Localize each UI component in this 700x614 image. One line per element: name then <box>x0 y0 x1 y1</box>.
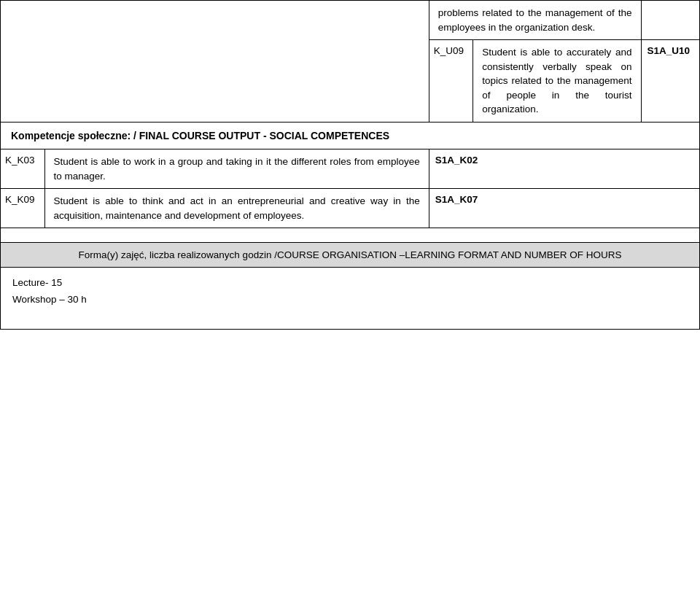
ku09-desc: Student is able to accurately and consis… <box>482 47 631 114</box>
kk03-row: K_K03 Student is able to work in a group… <box>1 149 700 188</box>
ku09-ref-cell: S1A_U10 <box>641 40 699 122</box>
forma-body-cell: Lecture- 15 Workshop – 30 h <box>1 268 700 320</box>
kk09-row: K_K09 Student is able to think and act i… <box>1 189 700 228</box>
forma-header: Forma(y) zajęć, liczba realizowanych god… <box>79 249 622 260</box>
forma-header-row: Forma(y) zajęć, liczba realizowanych god… <box>1 243 700 268</box>
ku09-code: K_U09 <box>434 45 464 56</box>
forma-header-cell: Forma(y) zajęć, liczba realizowanych god… <box>1 243 700 268</box>
problems-ref-cell <box>641 1 699 40</box>
kk09-desc-cell: Student is able to think and act in an e… <box>44 189 429 228</box>
bottom-border-row <box>1 320 700 329</box>
spacer-cell <box>1 228 700 243</box>
kompetencje-header-row: Kompetencje społeczne: / FINAL COURSE OU… <box>1 122 700 149</box>
kk03-left-row: K_K03 Student is able to work in a group… <box>1 149 429 188</box>
kk03-left-table: K_K03 Student is able to work in a group… <box>1 149 429 188</box>
spacer-row <box>1 228 700 243</box>
kk03-left-area: K_K03 Student is able to work in a group… <box>1 149 429 188</box>
ku09-table: K_U09 Student is able to accurately and … <box>429 40 641 122</box>
kk09-left-area: K_K09 Student is able to think and act i… <box>1 189 429 228</box>
problems-row: problems related to the management of th… <box>1 1 700 123</box>
problems-inner-table: problems related to the management of th… <box>429 1 699 122</box>
bottom-cell <box>1 320 700 329</box>
ku09-data-row: K_U09 Student is able to accurately and … <box>429 40 641 122</box>
kompetencje-header-cell: Kompetencje społeczne: / FINAL COURSE OU… <box>1 122 700 149</box>
page-container: problems related to the management of th… <box>0 0 700 614</box>
kompetencje-header: Kompetencje społeczne: / FINAL COURSE OU… <box>11 130 389 141</box>
ku09-ref: S1A_U10 <box>648 45 691 56</box>
kk03-desc-cell: Student is able to work in a group and t… <box>44 149 429 188</box>
problems-content-area: problems related to the management of th… <box>429 1 699 123</box>
ku09-row: K_U09 Student is able to accurately and … <box>429 40 699 122</box>
left-empty-problems <box>1 1 429 123</box>
kk09-code-cell: K_K09 <box>1 189 44 228</box>
workshop-line: Workshop – 30 h <box>12 292 688 308</box>
ku09-desc-cell: Student is able to accurately and consis… <box>473 40 641 122</box>
kk03-ref-cell: S1A_K02 <box>429 149 699 188</box>
kk09-left-row: K_K09 Student is able to think and act i… <box>1 189 429 228</box>
kk09-ref-cell: S1A_K07 <box>429 189 699 228</box>
kk09-left-table: K_K09 Student is able to think and act i… <box>1 189 429 228</box>
lecture-line: Lecture- 15 <box>12 275 688 292</box>
kk03-code-cell: K_K03 <box>1 149 44 188</box>
ku09-inner-area: K_U09 Student is able to accurately and … <box>429 40 641 122</box>
main-table: problems related to the management of th… <box>0 0 700 330</box>
problems-text-cell: problems related to the management of th… <box>429 1 641 40</box>
problems-text-row: problems related to the management of th… <box>429 1 699 40</box>
problems-text: problems related to the management of th… <box>438 7 632 33</box>
forma-body-row: Lecture- 15 Workshop – 30 h <box>1 268 700 320</box>
ku09-code-cell: K_U09 <box>429 40 473 122</box>
